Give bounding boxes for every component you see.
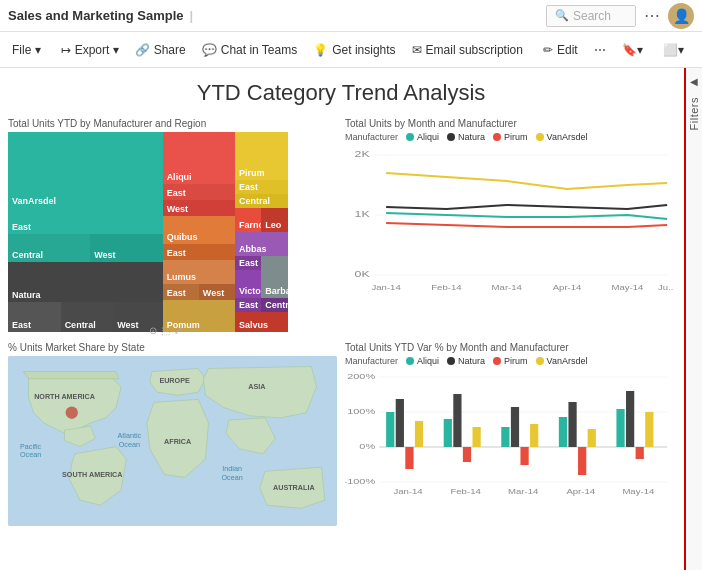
treemap-cell[interactable]: West	[163, 200, 235, 216]
treemap-cell[interactable]: VanArsdel	[8, 132, 163, 208]
more-icon[interactable]: ⋯	[644, 6, 660, 25]
treemap-cell[interactable]: West	[90, 234, 162, 262]
svg-text:Mar-14: Mar-14	[492, 283, 523, 291]
treemap-cell[interactable]: West	[199, 284, 235, 300]
file-label: File ▾	[12, 43, 41, 57]
treemap-cell[interactable]: Central	[235, 194, 288, 208]
treemap-cell[interactable]: Lumus	[163, 260, 235, 284]
treemap-cell[interactable]: Pirum	[235, 132, 288, 180]
toolbar-edit[interactable]: ✏ Edit	[535, 39, 586, 61]
legend-text-vanarsdel: VanArsdel	[547, 132, 588, 142]
world-map[interactable]: NORTH AMERICA EUROPE ASIA Pacific Ocean …	[8, 356, 337, 526]
treemap-cell[interactable]: East	[163, 284, 199, 300]
edit-label: Edit	[557, 43, 578, 57]
treemap-cell[interactable]: Central	[8, 234, 90, 262]
bar-chart-container: Total Units YTD Var % by Month and Manuf…	[345, 342, 674, 562]
title-bar-right: 🔍 Search ⋯ 👤	[546, 3, 694, 29]
svg-text:100%: 100%	[347, 406, 376, 415]
filters-panel[interactable]: ◀ Filters	[684, 68, 702, 570]
treemap-cell[interactable]: Leo	[261, 208, 287, 232]
bottom-charts-row: % Units Market Share by State	[8, 342, 674, 562]
svg-text:EUROPE: EUROPE	[159, 376, 190, 385]
share-icon: 🔗	[135, 43, 150, 57]
treemap-cell[interactable]: Barba	[261, 256, 287, 298]
toolbar-chat[interactable]: 💬 Chat in Teams	[194, 39, 305, 61]
svg-rect-48	[578, 447, 586, 475]
svg-text:AFRICA: AFRICA	[164, 437, 191, 446]
ellipsis-icon[interactable]: ⋯	[186, 325, 196, 336]
svg-rect-52	[636, 447, 644, 459]
bar-dot-natura	[447, 357, 455, 365]
bar-text-aliqui: Aliqui	[417, 356, 439, 366]
treemap-cell[interactable]: Salvus	[235, 312, 288, 332]
treemap-cell[interactable]: Natura	[8, 262, 163, 302]
treemap-cell[interactable]: East	[8, 208, 163, 234]
share-label: Share	[154, 43, 186, 57]
search-box[interactable]: 🔍 Search	[546, 5, 636, 27]
toolbar-export[interactable]: ↦ Export ▾	[53, 39, 127, 61]
legend-dot-aliqui	[406, 133, 414, 141]
search-icon: 🔍	[555, 9, 569, 22]
expand-icon[interactable]: ⤢	[174, 325, 182, 336]
svg-text:200%: 200%	[347, 371, 376, 380]
treemap-cell[interactable]: Aliqui	[163, 132, 235, 184]
bar-chart-title: Total Units YTD Var % by Month and Manuf…	[345, 342, 674, 353]
treemap-container: Total Units YTD by Manufacturer and Regi…	[8, 118, 337, 338]
toolbar-share[interactable]: 🔗 Share	[127, 39, 194, 61]
filters-arrow-icon: ◀	[690, 76, 698, 87]
treemap-cell[interactable]: Farno	[235, 208, 261, 232]
svg-text:SOUTH AMERICA: SOUTH AMERICA	[62, 470, 122, 479]
svg-rect-34	[386, 412, 394, 447]
toolbar-refresh[interactable]: 🔄	[696, 39, 702, 61]
treemap-cell[interactable]: Quibus	[163, 216, 235, 244]
bar-legend-natura: Natura	[447, 356, 485, 366]
treemap-cell[interactable]: East	[8, 302, 61, 332]
toolbar-bookmark[interactable]: 🔖▾	[614, 39, 651, 61]
treemap-cell[interactable]: Central	[61, 302, 114, 332]
svg-text:NORTH AMERICA: NORTH AMERICA	[34, 392, 95, 401]
legend-vanarsdel: VanArsdel	[536, 132, 588, 142]
svg-text:Apr-14: Apr-14	[566, 487, 595, 495]
toolbar-more[interactable]: ⋯	[586, 39, 614, 61]
toolbar-insights[interactable]: 💡 Get insights	[305, 39, 403, 61]
more-viz-icon[interactable]: ⬚	[161, 325, 170, 336]
treemap[interactable]: VanArsdel East Central West Natura	[8, 132, 337, 332]
line-chart[interactable]: 2K 1K 0K	[345, 145, 674, 305]
chat-icon: 💬	[202, 43, 217, 57]
page-title: YTD Category Trend Analysis	[8, 76, 674, 114]
treemap-cell[interactable]: East	[235, 298, 261, 312]
bar-chart[interactable]: 200% 100% 0% -100%	[345, 369, 674, 509]
svg-rect-42	[501, 427, 509, 447]
focus-icon[interactable]: ⊙	[149, 325, 157, 336]
toolbar-email[interactable]: ✉ Email subscription	[404, 39, 531, 61]
svg-rect-38	[444, 419, 452, 447]
svg-text:1K: 1K	[355, 209, 371, 219]
bar-legend-vanarsdel: VanArsdel	[536, 356, 588, 366]
svg-rect-53	[645, 412, 653, 447]
treemap-cell[interactable]: East	[163, 184, 235, 200]
svg-rect-44	[520, 447, 528, 465]
report-title: Sales and Marketing Sample	[8, 8, 184, 23]
toolbar-file[interactable]: File ▾	[4, 39, 49, 61]
bar-text-natura: Natura	[458, 356, 485, 366]
svg-text:Apr-14: Apr-14	[553, 283, 582, 291]
search-label: Search	[573, 9, 611, 23]
svg-rect-35	[396, 399, 404, 447]
legend-text-pirum: Pirum	[504, 132, 528, 142]
legend-dot-vanarsdel	[536, 133, 544, 141]
avatar[interactable]: 👤	[668, 3, 694, 29]
treemap-cell[interactable]: Abbas	[235, 232, 288, 256]
export-label: Export ▾	[75, 43, 119, 57]
svg-rect-41	[472, 427, 480, 447]
treemap-cell[interactable]: Central	[261, 298, 287, 312]
line-chart-svg: 2K 1K 0K	[345, 145, 674, 295]
email-label: Email subscription	[426, 43, 523, 57]
bar-chart-legend: Manufacturer Aliqui Natura Pirum	[345, 356, 674, 366]
main-content: YTD Category Trend Analysis Total Units …	[0, 68, 702, 570]
treemap-cell[interactable]: East	[163, 244, 235, 260]
toolbar-view[interactable]: ⬜▾	[655, 39, 692, 61]
map-svg: NORTH AMERICA EUROPE ASIA Pacific Ocean …	[8, 356, 337, 526]
bar-text-pirum: Pirum	[504, 356, 528, 366]
title-bar-left: Sales and Marketing Sample |	[8, 8, 193, 23]
treemap-cell[interactable]: East	[235, 180, 288, 194]
